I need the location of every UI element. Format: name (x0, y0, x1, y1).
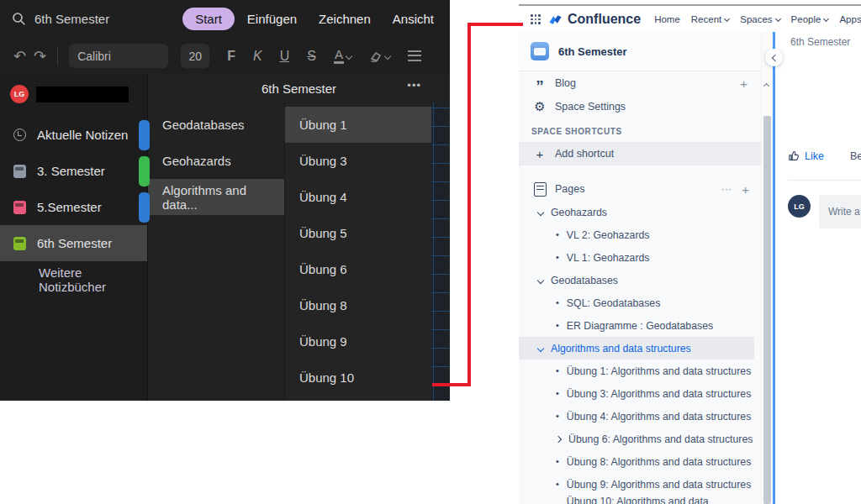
page-tree-item[interactable]: • Übung 10: Algorithms and data structur… (519, 496, 754, 504)
nav-link[interactable]: Home (654, 14, 680, 24)
page-tree-item[interactable]: • Übung 9: Algorithms and data structure… (519, 473, 754, 496)
section-list-item[interactable]: Geodatabases (148, 107, 284, 143)
page-list-item[interactable]: Übung 4 (285, 179, 431, 215)
page-tree-item[interactable]: • VL 1: Geohazards (519, 246, 754, 269)
page-tree-item[interactable]: • Übung 8: Algorithms and data structure… (519, 450, 754, 473)
notebook-list-item[interactable]: Aktuelle Notizen (0, 117, 147, 153)
ribbon-tab[interactable]: Ansicht (383, 8, 443, 30)
tree-item-label: VL 2: Geohazards (567, 229, 650, 241)
nav-link-label: Home (654, 14, 680, 24)
add-blog-button[interactable]: + (740, 76, 747, 91)
ribbon-tabs: StartEinfügenZeichnenAnsicht (182, 8, 443, 30)
note-canvas-grid[interactable] (431, 102, 450, 401)
page-tree-item[interactable]: Algorithms and data structures (519, 337, 754, 360)
bold-button[interactable]: F (227, 49, 235, 64)
comment-input[interactable]: Write a (819, 195, 861, 228)
nav-link[interactable]: People (791, 14, 829, 24)
page-tree-item[interactable]: • VL 2: Geohazards (519, 223, 754, 246)
ribbon-tab[interactable]: Zeichnen (309, 8, 380, 30)
page-tree-item[interactable]: • Übung 4: Algorithms and data structure… (519, 405, 754, 428)
page-label: Übung 8 (299, 298, 347, 312)
space-header[interactable]: 6th Semester (519, 32, 761, 71)
add-shortcut-button[interactable]: + Add shortcut (519, 142, 761, 165)
bullet-icon: • (556, 298, 559, 307)
app-switcher-icon[interactable] (531, 14, 541, 24)
notebook-cover-icon (13, 237, 26, 250)
nav-link[interactable]: Apps (839, 14, 861, 24)
page-tree-item[interactable]: Übung 6: Algorithms and data structures (519, 428, 754, 450)
confluence-logo[interactable]: Confluence (548, 12, 641, 27)
notebook-label: Weitere Notizbücher (39, 265, 147, 294)
page-tree-item[interactable]: • SQL: Geodatabases (519, 291, 754, 314)
nav-link[interactable]: Spaces (740, 14, 779, 24)
font-color-button[interactable]: A (334, 48, 351, 65)
bullet-list-button[interactable] (408, 50, 421, 61)
notebook-title: 6th Semester (261, 81, 336, 96)
page-list-item[interactable]: Übung 3 (285, 143, 431, 179)
section-label: Geodatabases (162, 118, 245, 132)
content-divider (788, 180, 861, 181)
chevron-down-icon (537, 276, 544, 283)
tree-item-label: Übung 8: Algorithms and data structures (567, 456, 751, 468)
page-tree-item[interactable]: Geohazards (519, 201, 754, 223)
page-label: Übung 4 (299, 190, 347, 204)
underline-button[interactable]: U (280, 49, 290, 64)
font-size-select[interactable]: 20 (181, 44, 209, 68)
confluence-body: 6th Semester ” Blog + ⚙ Space Settings S… (519, 32, 861, 504)
section-list-item[interactable]: Algorithms and data... (148, 179, 284, 215)
page-list-item[interactable]: Übung 10 (285, 360, 431, 396)
chevron-down-icon (537, 208, 544, 215)
page-tree-item[interactable]: Geodatabases (519, 269, 754, 291)
scrollbar-thumb[interactable] (763, 116, 771, 504)
page-label: Übung 10 (299, 370, 354, 385)
highlighter-button[interactable] (369, 50, 390, 63)
page-tree-item[interactable]: • Übung 1: Algorithms and data structure… (519, 360, 754, 382)
ribbon-tab[interactable]: Start (182, 8, 235, 30)
notebook-list-item[interactable]: 6th Semester (0, 225, 147, 261)
notebook-list-item[interactable]: 5.Semester (0, 189, 147, 225)
nav-links: HomeRecentSpacesPeopleAppsTemplates (654, 14, 861, 24)
page-content-area: 6th Semester Like Be the LG Write a (775, 32, 861, 504)
section-list-item[interactable]: Geohazards (148, 143, 284, 179)
ribbon-tab[interactable]: Einfügen (238, 8, 306, 30)
page-tree: Geohazards • VL 2: Geohazards • VL 1: Ge… (519, 201, 761, 504)
collapse-sidebar-button[interactable] (765, 49, 783, 66)
pages-more-button[interactable]: ··· (721, 183, 732, 195)
notebook-panel: 6th Semester ••• GeodatabasesGeohazardsA… (147, 74, 450, 401)
notebook-search[interactable]: 6th Semester (12, 12, 109, 26)
more-options-button[interactable]: ••• (407, 79, 421, 92)
sidebar-item-pages[interactable]: Pages ··· + (519, 177, 761, 201)
page-tree-item[interactable]: • ER Diagramme : Geodatabases (519, 314, 754, 337)
page-tree-item[interactable]: • Übung 3: Algorithms and data structure… (519, 382, 754, 405)
notebook-list-item[interactable]: Weitere Notizbücher (0, 261, 147, 297)
page-list-item[interactable]: Übung 6 (285, 251, 431, 287)
nav-link[interactable]: Recent (691, 14, 729, 24)
confluence-logo-icon (548, 13, 563, 27)
page-list-item[interactable]: Übung 1 (285, 107, 431, 143)
add-page-button[interactable]: + (742, 182, 749, 197)
blog-icon: ” (536, 83, 544, 90)
account-row[interactable]: LG (0, 74, 147, 107)
font-family-select[interactable]: Calibri (69, 44, 168, 68)
thumbs-up-icon[interactable] (788, 150, 800, 162)
page-list-item[interactable]: Übung 5 (285, 215, 431, 251)
add-shortcut-label: Add shortcut (555, 148, 614, 160)
notebook-label: 5.Semester (37, 200, 102, 214)
redo-button[interactable]: ↷ (34, 49, 46, 64)
sidebar-scrollbar[interactable] (761, 32, 773, 504)
undo-button[interactable]: ↶ (13, 49, 26, 64)
like-button[interactable]: Like (805, 150, 824, 162)
page-list-item[interactable]: Übung 9 (285, 323, 431, 360)
page-list-item[interactable]: Übung 8 (285, 287, 431, 323)
breadcrumb[interactable]: 6th Semester (790, 36, 850, 48)
notebook-panel-header: 6th Semester ••• (148, 74, 450, 102)
sidebar-item-space-settings[interactable]: ⚙ Space Settings (519, 95, 761, 118)
chevron-up-icon[interactable] (763, 83, 769, 89)
sidebar-item-blog[interactable]: ” Blog + (519, 71, 761, 95)
notebook-label: 3. Semester (37, 164, 105, 178)
notebook-list-item[interactable]: 3. Semester (0, 153, 147, 189)
italic-button[interactable]: K (253, 49, 262, 64)
notebook-icon (12, 129, 27, 141)
strikethrough-button[interactable]: S (307, 49, 316, 64)
search-title: 6th Semester (34, 12, 109, 26)
